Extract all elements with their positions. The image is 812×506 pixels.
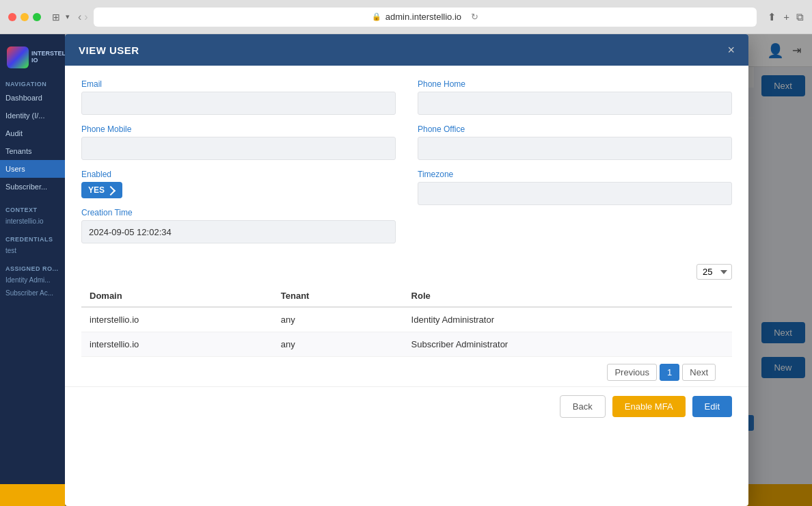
sidebar-item-label: Identity (I/... (5, 111, 44, 120)
chevron-down-icon[interactable]: ▾ (66, 12, 70, 21)
modal-overlay: VIEW USER × Email Phone Mobi (65, 34, 812, 506)
app-container: INTERSTELLIO NAVIGATION Dashboard Identi… (0, 34, 812, 506)
mac-chrome-bar: ⊞ ▾ ‹ › 🔒 admin.interstellio.io ↻ ⬆ + ⧉ (0, 0, 812, 34)
current-page-button[interactable]: 1 (660, 364, 679, 381)
main-content: Select Tenant 👤 ⇥ Phone Ho... +27 83 2..… (65, 34, 812, 506)
modal-header: VIEW USER × (65, 34, 748, 66)
assigned-section-label: ASSIGNED RO... (0, 261, 65, 274)
chrome-actions: ⬆ + ⧉ (768, 11, 804, 23)
phone-mobile-input[interactable] (81, 137, 396, 160)
traffic-lights (8, 13, 41, 21)
back-icon[interactable]: ‹ (78, 11, 81, 23)
column-header-domain: Domain (81, 285, 273, 307)
assigned-row-1: Subscriber Ac... (0, 287, 65, 299)
reload-icon[interactable]: ↻ (471, 12, 478, 22)
phone-home-label: Phone Home (418, 79, 732, 89)
previous-page-button[interactable]: Previous (607, 364, 657, 381)
form-right-column: Phone Home Phone Office Timezone (418, 79, 732, 253)
form-left-column: Email Phone Mobile Enabled YES (81, 79, 396, 253)
modal-body: Email Phone Mobile Enabled YES (65, 66, 748, 264)
timezone-input[interactable] (418, 182, 732, 205)
table-row: interstellio.io any Subscriber Administr… (81, 332, 732, 357)
assigned-row-0: Identity Admi... (0, 274, 65, 287)
creation-time-input[interactable] (81, 220, 396, 243)
enabled-label: Enabled (81, 170, 396, 179)
expand-traffic-light[interactable] (33, 13, 41, 21)
table-controls: 25 50 100 (81, 264, 732, 280)
roles-table-section: 25 50 100 Domain Tenant Role (65, 264, 748, 386)
logo-text: INTERSTELLIO (31, 51, 70, 64)
address-bar[interactable]: 🔒 admin.interstellio.io ↻ (94, 8, 757, 27)
table-row: interstellio.io any Identity Administrat… (81, 307, 732, 332)
row-role: Subscriber Administrator (403, 332, 732, 357)
phone-office-group: Phone Office (418, 124, 732, 160)
logo-icon (7, 46, 29, 68)
view-user-modal: VIEW USER × Email Phone Mobi (65, 34, 748, 506)
url-text: admin.interstellio.io (385, 12, 461, 22)
creation-time-label: Creation Time (81, 208, 396, 217)
back-button[interactable]: Back (560, 395, 606, 418)
email-group: Email (81, 79, 396, 115)
row-domain: interstellio.io (81, 332, 273, 357)
enabled-section: Enabled YES (81, 170, 396, 198)
form-grid: Email Phone Mobile Enabled YES (81, 79, 732, 253)
sidebar-item-label: Users (5, 165, 25, 173)
credentials-section-label: CREDENTIALS (0, 232, 65, 244)
enabled-toggle-button[interactable]: YES (81, 182, 122, 198)
navigation-section-label: NAVIGATION (0, 77, 65, 89)
roles-table: Domain Tenant Role interstellio.io any I… (81, 285, 732, 357)
phone-office-label: Phone Office (418, 124, 732, 134)
close-traffic-light[interactable] (8, 13, 16, 21)
new-tab-icon[interactable]: + (783, 11, 789, 23)
row-domain: interstellio.io (81, 307, 273, 332)
sidebar-item-label: Audit (5, 129, 23, 137)
enable-mfa-button[interactable]: Enable MFA (612, 396, 686, 417)
sidebar-item-label: Tenants (5, 147, 32, 155)
phone-mobile-group: Phone Mobile (81, 124, 396, 160)
row-tenant: any (273, 332, 403, 357)
column-header-tenant: Tenant (273, 285, 403, 307)
email-input[interactable] (81, 92, 396, 115)
minimize-traffic-light[interactable] (21, 13, 29, 21)
modal-close-button[interactable]: × (727, 44, 735, 56)
sidebar: INTERSTELLIO NAVIGATION Dashboard Identi… (0, 34, 65, 506)
enabled-value: YES (88, 185, 105, 195)
modal-footer: Back Enable MFA Edit (65, 386, 748, 426)
browser-navigation: ‹ › (78, 11, 88, 23)
sidebar-item-label: Subscriber... (5, 183, 47, 191)
tabs-icon[interactable]: ⧉ (796, 11, 804, 23)
phone-home-input[interactable] (418, 92, 732, 115)
phone-mobile-label: Phone Mobile (81, 124, 396, 134)
timezone-group: Timezone (418, 170, 732, 205)
sidebar-item-tenants[interactable]: Tenants (0, 142, 65, 160)
sidebar-item-users[interactable]: Users (0, 160, 65, 178)
sidebar-item-identity[interactable]: Identity (I/... (0, 107, 65, 124)
row-tenant: any (273, 307, 403, 332)
modal-title: VIEW USER (79, 44, 139, 56)
phone-home-group: Phone Home (418, 79, 732, 115)
row-role: Identity Administrator (403, 307, 732, 332)
edit-button[interactable]: Edit (692, 396, 732, 417)
sidebar-item-subscriber[interactable]: Subscriber... (0, 178, 65, 196)
sidebar-logo: INTERSTELLIO (0, 41, 65, 77)
sidebar-item-audit[interactable]: Audit (0, 124, 65, 142)
lock-icon: 🔒 (372, 12, 381, 21)
email-label: Email (81, 79, 396, 89)
sidebar-item-label: Dashboard (5, 94, 42, 102)
phone-office-input[interactable] (418, 137, 732, 160)
page-size-select[interactable]: 25 50 100 (696, 264, 732, 280)
next-page-button[interactable]: Next (682, 364, 716, 381)
sidebar-toggle-icon[interactable]: ⊞ (52, 12, 60, 23)
pagination: Previous 1 Next (81, 357, 732, 386)
column-header-role: Role (403, 285, 732, 307)
context-value: interstellio.io (0, 215, 65, 228)
forward-icon[interactable]: › (84, 11, 87, 23)
context-section-label: CONTEXT (0, 202, 65, 215)
share-icon[interactable]: ⬆ (768, 11, 776, 23)
credentials-value: test (0, 244, 65, 257)
sidebar-item-dashboard[interactable]: Dashboard (0, 89, 65, 107)
timezone-label: Timezone (418, 170, 732, 179)
creation-time-group: Creation Time (81, 208, 396, 243)
